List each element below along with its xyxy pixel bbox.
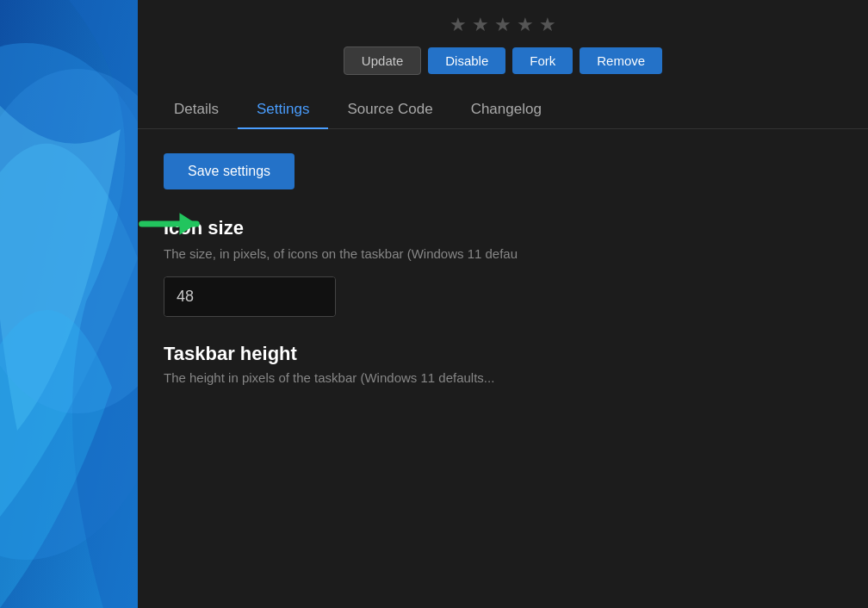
svg-point-2 xyxy=(0,69,138,413)
icon-size-input[interactable] xyxy=(164,277,336,316)
save-settings-button[interactable]: Save settings xyxy=(164,153,294,189)
fork-button[interactable]: Fork xyxy=(512,47,573,74)
rating-stars: ★ ★ ★ ★ ★ xyxy=(138,0,868,47)
star-5: ★ xyxy=(539,16,556,34)
icon-size-title: Icon size xyxy=(164,217,842,239)
icon-size-section: Icon size The size, in pixels, of icons … xyxy=(164,217,842,317)
tabs-bar: Details Settings Source Code Changelog xyxy=(138,92,868,129)
main-content: ★ ★ ★ ★ ★ Update Disable Fork Remove Det… xyxy=(138,0,868,608)
settings-content: Save settings Icon size The size, in pix… xyxy=(138,129,868,608)
action-buttons-row: Update Disable Fork Remove xyxy=(138,47,868,92)
star-2: ★ xyxy=(472,16,489,34)
update-button[interactable]: Update xyxy=(344,47,421,75)
icon-size-spinner[interactable]: ▲ ▼ xyxy=(164,276,336,317)
disable-button[interactable]: Disable xyxy=(428,47,505,74)
remove-button[interactable]: Remove xyxy=(580,47,662,74)
star-4: ★ xyxy=(517,16,534,34)
taskbar-height-title: Taskbar height xyxy=(164,343,842,365)
star-1: ★ xyxy=(450,16,467,34)
taskbar-height-description: The height in pixels of the taskbar (Win… xyxy=(164,370,842,385)
sidebar xyxy=(0,0,138,608)
tab-changelog[interactable]: Changelog xyxy=(452,92,561,128)
taskbar-height-section: Taskbar height The height in pixels of t… xyxy=(164,343,842,385)
tab-settings[interactable]: Settings xyxy=(238,92,328,128)
tab-source-code[interactable]: Source Code xyxy=(328,92,451,128)
icon-size-description: The size, in pixels, of icons on the tas… xyxy=(164,246,842,261)
star-3: ★ xyxy=(494,16,512,34)
tab-details[interactable]: Details xyxy=(155,92,238,128)
